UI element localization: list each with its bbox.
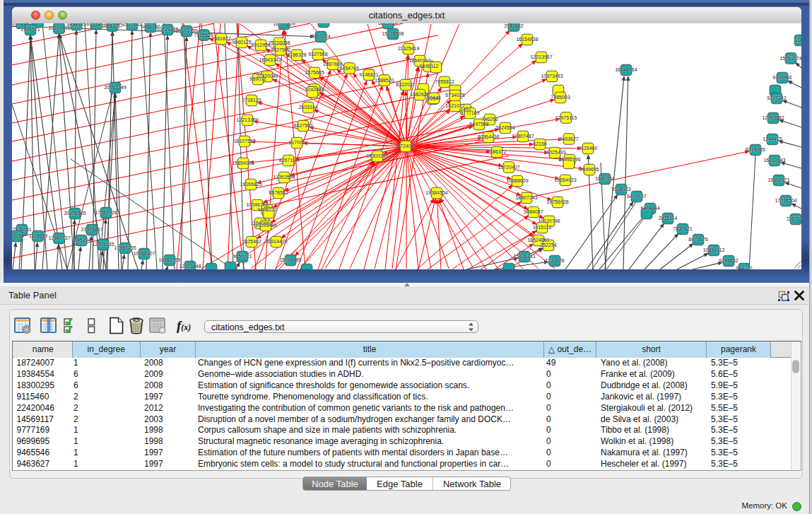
svg-text:10958107: 10958107: [133, 251, 155, 256]
svg-text:7625402: 7625402: [242, 239, 261, 244]
svg-text:9474444: 9474444: [640, 206, 659, 211]
svg-text:7357224: 7357224: [311, 34, 330, 39]
svg-text:1696112: 1696112: [420, 64, 439, 69]
svg-text:17359926: 17359926: [95, 210, 117, 215]
svg-text:746266: 746266: [481, 117, 498, 122]
svg-text:8471676: 8471676: [688, 237, 707, 242]
svg-text:10688609: 10688609: [506, 178, 528, 183]
svg-text:8322037: 8322037: [396, 82, 415, 87]
svg-text:20364436: 20364436: [477, 134, 499, 139]
svg-text:6734028: 6734028: [445, 93, 464, 98]
svg-text:15136141: 15136141: [513, 254, 535, 259]
svg-text:10973493: 10973493: [541, 74, 563, 78]
svg-text:10099489: 10099489: [254, 223, 276, 228]
svg-text:17016504: 17016504: [775, 198, 796, 203]
svg-text:9777169: 9777169: [460, 110, 479, 115]
svg-text:23975867: 23975867: [81, 227, 102, 232]
svg-text:15716485: 15716485: [279, 257, 301, 262]
svg-text:19756928: 19756928: [546, 199, 568, 204]
svg-text:8813054: 8813054: [378, 23, 397, 25]
svg-text:1640954: 1640954: [595, 176, 614, 181]
svg-text:12975115: 12975115: [555, 115, 577, 120]
svg-text:25226058: 25226058: [268, 40, 290, 45]
svg-text:16914479: 16914479: [265, 239, 287, 244]
svg-text:18640910: 18640910: [408, 58, 430, 63]
svg-text:1145194: 1145194: [72, 238, 91, 243]
svg-text:2935114: 2935114: [659, 216, 678, 221]
svg-text:1733426: 1733426: [545, 258, 564, 263]
svg-text:90448: 90448: [427, 95, 441, 100]
svg-text:252254: 252254: [540, 243, 556, 247]
svg-text:1905571: 1905571: [20, 27, 40, 32]
svg-text:93154: 93154: [12, 233, 24, 238]
svg-text:9327508: 9327508: [308, 52, 327, 57]
svg-text:6479197: 6479197: [627, 194, 646, 199]
svg-text:9327500: 9327500: [271, 47, 290, 52]
svg-text:3624554: 3624554: [495, 125, 514, 130]
svg-text:9699695: 9699695: [579, 167, 599, 172]
svg-text:9657721: 9657721: [233, 254, 252, 259]
svg-text:7386372: 7386372: [487, 149, 506, 154]
svg-text:19654923: 19654923: [554, 177, 576, 182]
svg-text:15720407: 15720407: [498, 165, 519, 170]
svg-text:15692971: 15692971: [767, 177, 789, 182]
svg-text:2603144: 2603144: [298, 105, 317, 110]
svg-text:3375685: 3375685: [305, 70, 324, 75]
svg-text:18524861: 18524861: [527, 238, 549, 243]
svg-text:9660125: 9660125: [232, 40, 251, 45]
svg-text:16053809: 16053809: [273, 23, 295, 26]
svg-text:9242848: 9242848: [305, 87, 324, 92]
svg-text:7535051: 7535051: [12, 227, 31, 232]
svg-text:7515526: 7515526: [194, 33, 213, 37]
svg-text:15751074: 15751074: [779, 56, 801, 61]
svg-text:18300295: 18300295: [366, 153, 388, 158]
svg-text:9115460: 9115460: [579, 146, 598, 151]
svg-text:16648764: 16648764: [615, 67, 637, 72]
svg-text:10025433: 10025433: [543, 150, 565, 155]
svg-text:10046768: 10046768: [246, 202, 268, 207]
svg-text:9245652: 9245652: [719, 258, 738, 263]
svg-text:62160: 62160: [533, 141, 547, 146]
svg-text:15854905: 15854905: [232, 160, 254, 165]
svg-text:917006: 917006: [288, 140, 305, 145]
svg-text:17957255: 17957255: [114, 245, 136, 250]
svg-text:8878552: 8878552: [269, 190, 288, 195]
svg-text:10653267: 10653267: [101, 23, 123, 28]
svg-text:7955812: 7955812: [435, 79, 454, 84]
svg-text:1115689: 1115689: [29, 233, 47, 238]
svg-text:11353594: 11353594: [273, 175, 295, 180]
svg-text:8454749: 8454749: [339, 66, 358, 71]
svg-text:16210643: 16210643: [763, 158, 785, 163]
svg-text:1527602: 1527602: [122, 23, 141, 27]
svg-text:5938923: 5938923: [611, 187, 630, 192]
svg-text:20053349: 20053349: [104, 85, 126, 90]
svg-text:20206505: 20206505: [64, 211, 86, 216]
svg-text:16495796: 16495796: [558, 157, 580, 162]
svg-text:8215955: 8215955: [746, 147, 765, 152]
svg-text:1588520: 1588520: [375, 78, 394, 83]
svg-text:7832621: 7832621: [673, 226, 692, 231]
svg-text:7485003: 7485003: [551, 95, 570, 100]
svg-text:2087682: 2087682: [504, 23, 523, 28]
svg-text:1167533: 1167533: [787, 216, 801, 221]
svg-text:19166825: 19166825: [240, 182, 261, 187]
svg-text:12213967: 12213967: [530, 54, 552, 59]
svg-text:8186328: 8186328: [287, 52, 306, 57]
svg-text:9146821: 9146821: [359, 72, 378, 77]
svg-text:9227342: 9227342: [767, 95, 786, 100]
svg-text:10654112: 10654112: [703, 247, 725, 252]
svg-text:15218506: 15218506: [382, 31, 404, 36]
svg-text:9498222: 9498222: [257, 207, 276, 212]
svg-text:16154838: 16154838: [516, 37, 538, 42]
svg-text:9494945: 9494945: [66, 23, 86, 27]
svg-text:18807243: 18807243: [515, 195, 537, 200]
svg-text:16543342: 16543342: [259, 57, 281, 62]
svg-text:1112: 1112: [795, 37, 801, 42]
svg-text:12093582: 12093582: [762, 115, 784, 120]
svg-text:1015112: 1015112: [533, 225, 552, 230]
svg-text:10120746: 10120746: [538, 218, 560, 223]
svg-text:1244415: 1244415: [763, 136, 782, 141]
svg-text:2718120: 2718120: [242, 98, 261, 103]
svg-text:12923448: 12923448: [179, 264, 201, 269]
svg-text:10807487: 10807487: [512, 134, 534, 139]
